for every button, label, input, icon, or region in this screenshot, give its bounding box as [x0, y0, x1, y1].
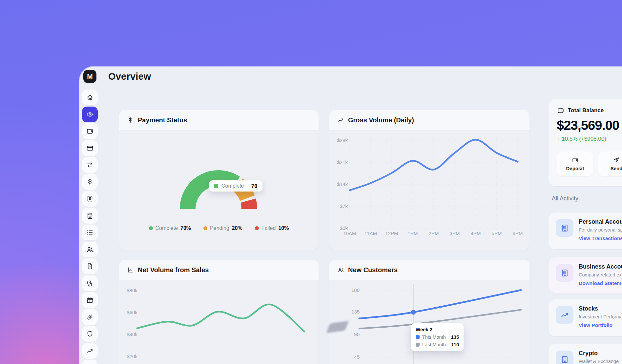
building-icon	[560, 224, 569, 233]
sidebar-item-calculator[interactable]	[82, 208, 98, 224]
sidebar-item-credit-card[interactable]	[82, 140, 98, 156]
shield-icon	[86, 330, 93, 337]
gross-volume-line-chart	[329, 131, 529, 250]
activity-title: Crypto	[579, 350, 598, 357]
trending-up-icon	[338, 117, 344, 123]
gross-volume-title: Gross Volume (Daily)	[348, 116, 414, 124]
users-icon	[86, 246, 93, 253]
activity-icon-tile	[556, 351, 573, 364]
sidebar-item-receipt-dollar[interactable]	[82, 191, 98, 207]
sidebar-item-shield[interactable]	[82, 326, 98, 342]
send-button[interactable]: Send	[598, 152, 622, 176]
gauge-tooltip-value: 70	[251, 183, 257, 189]
wallet-icon	[557, 107, 564, 114]
activity-subtitle: Wallet & Exchange	[579, 359, 619, 364]
tooltip-swatch	[416, 335, 420, 339]
highlight-data-point	[411, 310, 416, 315]
legend-label: Complete	[156, 225, 178, 231]
sidebar-item-eye[interactable]	[82, 107, 98, 122]
sidebar-item-dollar[interactable]	[82, 174, 98, 190]
activity-link[interactable]: Download Statement	[579, 280, 622, 286]
app-logo-letter: M	[87, 72, 93, 80]
sidebar-item-monitor[interactable]	[82, 360, 98, 364]
sidebar-item-trending-up[interactable]	[82, 343, 98, 359]
new-customers-card-header: New Customers	[329, 260, 529, 280]
net-volume-line-chart	[119, 280, 319, 364]
building-icon	[560, 355, 569, 364]
sidebar-item-transfer-arrows[interactable]	[82, 157, 98, 173]
deposit-button[interactable]: Deposit	[557, 152, 593, 176]
activity-link[interactable]: View Transactions	[579, 235, 622, 241]
sidebar-item-list[interactable]	[82, 225, 98, 240]
sidebar-item-wallet[interactable]	[82, 123, 98, 139]
new-customers-line-chart	[329, 280, 529, 364]
activity-card-crypto[interactable]: CryptoWallet & Exchange	[549, 344, 622, 364]
home-icon	[86, 94, 93, 101]
tooltip-series-label: Last Month	[422, 342, 449, 347]
activity-link[interactable]: View Portfolio	[579, 322, 612, 328]
sidebar-item-document[interactable]	[82, 258, 98, 274]
net-volume-card: Net Volume from Sales $80k$60k$40k$20k	[119, 260, 319, 364]
gross-volume-card-header: Gross Volume (Daily)	[329, 110, 529, 131]
activity-card-stocks[interactable]: StocksInvestment PerformanceView Portfol…	[549, 299, 622, 336]
gift-icon	[86, 296, 93, 304]
tooltip-swatch	[416, 343, 420, 347]
sidebar-item-gift[interactable]	[82, 292, 98, 308]
wallet-icon	[86, 128, 93, 135]
payment-status-legend: Complete70%Pending20%Failed10%	[119, 225, 319, 231]
receipt-dollar-icon	[86, 195, 93, 202]
activity-subtitle: For daily personal spending	[579, 227, 622, 233]
payment-status-title: Payment Status	[138, 116, 187, 124]
gauge-tooltip: Complete 70	[209, 180, 262, 192]
activity-card-business-account[interactable]: Business AccountCompany-related expenses…	[549, 257, 622, 293]
send-button-label: Send	[611, 166, 622, 171]
calculator-icon	[86, 212, 93, 219]
tooltip-title: Week 2	[416, 327, 459, 332]
gauge-tooltip-swatch	[214, 184, 218, 188]
dollar-icon	[127, 117, 134, 123]
tooltip-series-value: 135	[451, 334, 459, 340]
app-logo[interactable]: M	[83, 70, 96, 83]
dollar-icon	[86, 178, 93, 186]
bar-chart-icon	[127, 267, 134, 273]
deposit-button-label: Deposit	[566, 166, 584, 171]
activity-subtitle: Investment Performance	[579, 314, 622, 319]
trending-up-icon	[86, 347, 93, 354]
net-volume-title: Net Volume from Sales	[138, 266, 209, 274]
eye-icon	[86, 111, 93, 118]
wallet-icon	[572, 157, 578, 163]
list-icon	[86, 229, 93, 236]
activity-icon-tile	[556, 219, 573, 237]
new-customers-line-this-month	[359, 290, 521, 319]
gross-volume-card: Gross Volume (Daily) $28k$21k$14k$7k$0k1…	[329, 110, 529, 250]
tooltip-series-label: This Month	[422, 334, 448, 340]
activity-subtitle: Company-related expenses	[579, 272, 622, 277]
new-customers-tooltip: Week 2 This Month135Last Month110	[411, 323, 464, 351]
legend-dot	[255, 226, 259, 230]
legend-label: Failed	[261, 225, 276, 231]
tooltip-series-value: 110	[451, 342, 459, 347]
building-icon	[560, 269, 569, 277]
activity-icon-tile	[556, 264, 573, 282]
sidebar-item-link[interactable]	[82, 309, 98, 325]
total-balance-actions: DepositSend	[557, 152, 622, 176]
coins-icon	[86, 280, 93, 287]
legend-item-pending: Pending20%	[203, 225, 242, 231]
legend-dot	[149, 226, 153, 230]
payment-status-card: Payment Status Complete 70 Complete70%Pe…	[119, 110, 319, 250]
page-title: Overview	[108, 71, 151, 82]
all-activity-header: All Activity	[552, 195, 578, 202]
activity-title: Business Account	[579, 263, 622, 270]
gauge-tooltip-label: Complete	[221, 183, 244, 189]
total-balance-header: Total Balance	[557, 107, 604, 114]
new-customers-title: New Customers	[348, 266, 398, 274]
users-icon	[338, 267, 344, 273]
payment-status-card-header: Payment Status	[119, 110, 319, 131]
link-icon	[86, 313, 93, 321]
activity-card-personal-account[interactable]: Personal AccountFor daily personal spend…	[549, 212, 622, 249]
credit-card-icon	[86, 145, 93, 152]
sidebar-item-users[interactable]	[82, 242, 98, 257]
trending-up-icon	[560, 311, 569, 319]
sidebar-item-home[interactable]	[82, 90, 98, 105]
sidebar-item-coins[interactable]	[82, 275, 98, 291]
